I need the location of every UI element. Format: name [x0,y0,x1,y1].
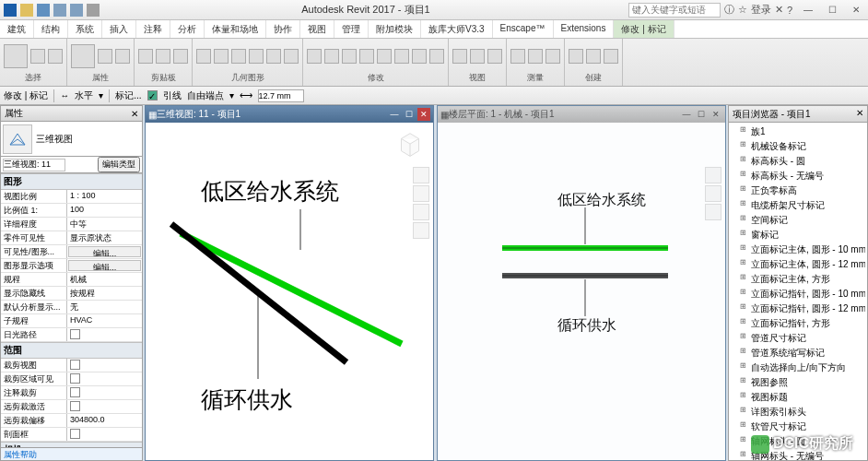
nav-zoom-icon[interactable] [705,204,721,220]
tree-node[interactable]: 轴网标头 - 无编号 [731,449,865,460]
ribbon-btn-icon[interactable] [359,49,374,64]
tab-协作[interactable]: 协作 [266,20,300,38]
ribbon-btn-icon[interactable] [4,44,28,68]
ribbon-btn-icon[interactable] [452,49,467,64]
close-button[interactable]: ✕ [844,2,868,18]
prop-row[interactable]: 子规程HVAC [1,314,142,328]
ribbon-btn-icon[interactable] [71,44,95,68]
tree-node[interactable]: 软管尺寸标记 [731,420,865,434]
tree-node[interactable]: 详图索引标头 [731,405,865,420]
tree-node[interactable]: 族1 [731,124,865,139]
prop-value[interactable] [67,359,142,372]
type-name[interactable]: 三维视图 [36,133,73,146]
prop-row[interactable]: 日光路径 [1,328,142,342]
tree-node[interactable]: 正负零标高 [731,183,865,198]
prop-row[interactable]: 注释裁剪 [1,386,142,400]
prop-value[interactable]: 机械 [67,273,142,286]
leader-checkbox[interactable]: ✓ [147,90,158,100]
ribbon-btn-icon[interactable] [30,49,45,64]
ribbon-btn-icon[interactable] [429,49,444,64]
prop-row[interactable]: 裁剪视图 [1,359,142,372]
tab-Extensions[interactable]: Extensions [554,20,615,38]
view-min-icon[interactable]: — [680,108,693,121]
maximize-button[interactable]: ☐ [820,2,844,18]
ribbon-btn-icon[interactable] [284,49,299,64]
type-thumbnail[interactable] [3,124,32,154]
prop-checkbox[interactable] [70,373,80,384]
qat-undo-icon[interactable] [53,4,66,17]
tree-node[interactable]: 立面标记主体, 方形 [731,272,865,287]
prop-value[interactable] [67,400,142,413]
ribbon-btn-icon[interactable] [48,49,63,64]
info-icon[interactable]: ⓘ [724,3,734,17]
orient-icon[interactable]: ↔ [60,90,69,100]
tree-node[interactable]: 管道尺寸标记 [731,331,865,346]
tree-node[interactable]: 标高标头 - 圆 [731,154,865,169]
instance-selector[interactable] [3,159,65,171]
tab-管理[interactable]: 管理 [334,20,369,38]
ribbon-btn-icon[interactable] [586,49,601,64]
prop-row[interactable]: 比例值 1:100 [1,204,142,218]
tree-node[interactable]: 标高标头 - 无编号 [731,169,865,183]
prop-section[interactable]: 相机 [1,442,142,448]
tree-node[interactable]: 电缆桥架尺寸标记 [731,198,865,213]
end-dropdown[interactable]: 自由端点 [187,89,224,102]
help-icon[interactable]: ? [787,5,792,16]
properties-help-link[interactable]: 属性帮助 [0,448,143,461]
ribbon-btn-icon[interactable] [231,49,246,64]
tab-族库大师V3.3[interactable]: 族库大师V3.3 [421,20,493,38]
prop-row[interactable]: 详细程度中等 [1,218,142,231]
tag-button[interactable]: 标记... [115,89,141,102]
prop-value[interactable]: HVAC [67,314,142,327]
view-close-icon[interactable]: ✕ [417,108,430,121]
star-icon[interactable]: ☆ [738,4,747,16]
prop-value[interactable]: 编辑... [68,260,141,271]
prop-value[interactable]: 304800.0 [67,414,142,427]
browser-close-icon[interactable]: ✕ [856,108,863,120]
ribbon-btn-icon[interactable] [470,49,485,64]
prop-row[interactable]: 默认分析显示...无 [1,301,142,314]
prop-value[interactable] [67,428,142,441]
ribbon-btn-icon[interactable] [394,49,409,64]
prop-row[interactable]: 远剪裁偏移304800.0 [1,414,142,428]
prop-value[interactable]: 1 : 100 [67,190,142,203]
prop-checkbox[interactable] [70,387,80,397]
tree-node[interactable]: 立面标记指针, 圆形 - 12 mm [731,301,865,316]
prop-value[interactable] [67,328,142,341]
tree-node[interactable]: 轴网标头 - 圆 [731,434,865,449]
prop-section[interactable]: 范围 [1,342,142,359]
login-link[interactable]: 登录 [751,3,771,17]
edit-type-button[interactable]: 编辑类型 [98,157,140,172]
tab-附加模块[interactable]: 附加模块 [369,20,421,38]
view-min-icon[interactable]: — [388,108,401,121]
prop-row[interactable]: 可见性/图形...编辑... [1,245,142,259]
prop-value[interactable]: 按规程 [67,287,142,300]
prop-value[interactable]: 中等 [67,218,142,230]
tree-node[interactable]: 立面标记指针, 方形 [731,316,865,331]
ribbon-btn-icon[interactable] [342,49,357,64]
prop-checkbox[interactable] [70,360,80,370]
ribbon-btn-icon[interactable] [307,49,322,64]
tree-node[interactable]: 自动选择向上/向下方向 [731,361,865,375]
view-max-icon[interactable]: ☐ [695,108,708,121]
tab-视图[interactable]: 视图 [300,20,334,38]
tab-体量和场地[interactable]: 体量和场地 [205,20,266,38]
tree-node[interactable]: 管道系统缩写标记 [731,346,865,361]
nav-wheel-icon[interactable] [413,167,429,183]
prop-row[interactable]: 图形显示选项编辑... [1,259,142,273]
prop-value[interactable]: 显示原状态 [67,231,142,244]
ribbon-btn-icon[interactable] [156,49,170,64]
orient-dropdown[interactable]: 水平 [75,89,93,102]
qat-print-icon[interactable] [87,4,100,17]
tree-node[interactable]: 视图标题 [731,390,865,405]
prop-row[interactable]: 裁剪区域可见 [1,372,142,386]
ribbon-btn-icon[interactable] [249,49,264,64]
tab-分析[interactable]: 分析 [170,20,205,38]
ribbon-btn-icon[interactable] [266,49,281,64]
prop-row[interactable]: 视图比例1 : 100 [1,190,142,204]
view-cube[interactable] [393,128,428,163]
prop-row[interactable]: 零件可见性显示原状态 [1,231,142,245]
ribbon-btn-icon[interactable] [487,49,502,64]
tab-系统[interactable]: 系统 [68,20,102,38]
prop-row[interactable]: 远剪裁激活 [1,400,142,414]
